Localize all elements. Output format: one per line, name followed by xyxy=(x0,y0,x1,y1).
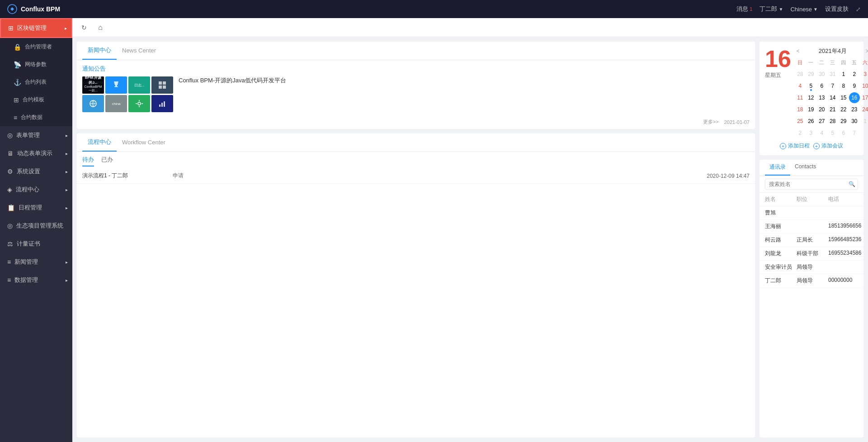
contacts-search-input[interactable] xyxy=(765,179,858,190)
calendar-cell[interactable]: 28 xyxy=(795,69,806,80)
calendar-cell[interactable]: 30 xyxy=(816,69,827,80)
calendar-cell[interactable]: 15 xyxy=(838,92,849,103)
news-mgmt-icon: ≡ xyxy=(7,258,11,266)
calendar-cell[interactable]: 21 xyxy=(827,104,838,115)
calendar-cell[interactable]: 4 xyxy=(795,81,806,91)
expand-icon[interactable]: ⤢ xyxy=(856,6,861,13)
news-thumb-1[interactable]: ConfluxBPM开1 Conflux BPM-开源的J... Conflux… xyxy=(82,76,104,94)
weekday-sat: 六 xyxy=(860,58,868,67)
calendar-cell[interactable]: 22 xyxy=(838,104,849,115)
tab-contacts-en[interactable]: Contacts xyxy=(790,160,821,176)
language-menu[interactable]: Chinese ▼ xyxy=(790,6,818,13)
list-item[interactable]: 丁二郎 局领导 00000000 xyxy=(760,274,863,288)
calendar-cell[interactable]: 5 xyxy=(827,128,838,138)
calendar-cell[interactable]: 28 xyxy=(827,116,838,127)
sidebar-item-contract-template[interactable]: ⊞ 合约模板 xyxy=(0,91,72,109)
home-btn[interactable]: ⌂ xyxy=(94,21,107,34)
sidebar-item-workflow[interactable]: ◈ 流程中心 ▸ xyxy=(0,181,72,199)
calendar-nav: < 2021年4月 > xyxy=(795,47,868,55)
calendar-cell[interactable]: 23 xyxy=(849,104,860,115)
calendar-cell[interactable]: 18 xyxy=(795,104,806,115)
tab-news-center-en[interactable]: News Center xyxy=(117,43,161,59)
sidebar-item-system-settings[interactable]: ⚙ 系统设置 ▸ xyxy=(0,162,72,181)
calendar-cell[interactable]: 4 xyxy=(816,128,827,138)
calendar-cell[interactable]: 1 xyxy=(860,116,868,127)
calendar-cell[interactable]: 25 xyxy=(795,116,806,127)
tab-contacts-zh[interactable]: 通讯录 xyxy=(765,160,790,176)
settings-btn[interactable]: 设置皮肤 xyxy=(825,5,849,13)
sidebar-item-ecology[interactable]: ◎ 生态项目管理系统 xyxy=(0,217,72,235)
sidebar-item-measurement[interactable]: ⚖ 计量证书 xyxy=(0,235,72,253)
calendar-cell[interactable]: 20 xyxy=(816,104,827,115)
calendar-cell[interactable]: 31 xyxy=(827,69,838,80)
calendar-cell[interactable]: 12 xyxy=(806,92,816,103)
sidebar-item-form-management[interactable]: ◎ 表单管理 ▸ xyxy=(0,126,72,144)
list-item[interactable]: 柯云路 正局长 15966485236 xyxy=(760,233,863,247)
sidebar-item-schedule[interactable]: 📋 日程管理 ▸ xyxy=(0,199,72,217)
tab-workflow-zh[interactable]: 流程中心 xyxy=(82,133,117,152)
list-item[interactable]: 王海丽 18513956656 xyxy=(760,220,863,233)
calendar-cell[interactable]: 10 xyxy=(860,81,868,91)
news-thumb-6[interactable]: china xyxy=(105,95,127,112)
news-thumb-2[interactable] xyxy=(105,76,127,94)
calendar-cell[interactable]: 3 xyxy=(806,128,816,138)
calendar-big-day-container: 16 星期五 xyxy=(765,47,791,79)
calendar-cell[interactable]: 24 xyxy=(860,104,868,115)
news-thumb-7[interactable] xyxy=(128,95,150,112)
notification-btn[interactable]: 消息 1 xyxy=(736,5,752,13)
tab-done[interactable]: 已办 xyxy=(101,154,113,166)
news-thumb-5[interactable] xyxy=(82,95,104,112)
sidebar-item-contract-list[interactable]: ⚓ 合约列表 xyxy=(0,73,72,91)
calendar-cell[interactable]: 29 xyxy=(806,69,816,80)
calendar-cell[interactable]: 14 xyxy=(827,92,838,103)
refresh-btn[interactable]: ↻ xyxy=(78,21,90,34)
add-meeting-btn[interactable]: + 添加会议 xyxy=(813,142,843,150)
table-row[interactable]: 演示流程1 - 丁二郎 申请 2020-12-09 14:47 xyxy=(77,168,755,184)
tab-workflow-en[interactable]: Workflow Center xyxy=(117,134,171,151)
calendar-cell[interactable]: 27 xyxy=(816,116,827,127)
workflow-icon: ◈ xyxy=(7,186,12,193)
list-item[interactable]: 曹旭 xyxy=(760,206,863,220)
calendar-next-btn[interactable]: > xyxy=(864,47,868,55)
news-thumb-3[interactable]: 日志... xyxy=(128,76,150,94)
calendar-cell[interactable]: 2 xyxy=(795,128,806,138)
sidebar-item-network-params[interactable]: 📡 网络参数 xyxy=(0,56,72,73)
calendar-cell[interactable]: 6 xyxy=(838,128,849,138)
sidebar-item-dynamic-form[interactable]: 🖥 动态表单演示 ▸ xyxy=(0,144,72,162)
news-thumb-8[interactable] xyxy=(151,95,173,112)
calendar-prev-btn[interactable]: < xyxy=(795,47,802,55)
logo: Conflux BPM xyxy=(7,4,60,14)
calendar-cell[interactable]: 17 xyxy=(860,92,868,103)
calendar-cell[interactable]: 5 xyxy=(806,81,816,91)
sidebar-item-contract-manager[interactable]: 🔒 合约管理者 xyxy=(0,38,72,56)
list-item[interactable]: 安全审计员 局领导 xyxy=(760,261,863,274)
calendar-cell[interactable]: 6 xyxy=(816,81,827,91)
calendar-cell[interactable]: 11 xyxy=(795,92,806,103)
calendar-cell[interactable]: 26 xyxy=(806,116,816,127)
user-menu[interactable]: 丁二郎 ▼ xyxy=(760,5,783,13)
calendar-cell[interactable]: 3 xyxy=(860,69,868,80)
header: Conflux BPM 消息 1 丁二郎 ▼ Chinese ▼ 设置皮肤 ⤢ xyxy=(0,0,868,18)
calendar-cell[interactable]: 7 xyxy=(849,128,860,138)
list-item[interactable]: 刘龍龙 科级干部 16955234586 xyxy=(760,247,863,261)
calendar-cell[interactable]: 7 xyxy=(827,81,838,91)
calendar-cell[interactable]: 29 xyxy=(838,116,849,127)
sidebar-item-news-management[interactable]: ≡ 新闻管理 ▸ xyxy=(0,253,72,271)
sidebar-item-contract-data[interactable]: ≡ 合约数据 xyxy=(0,109,72,126)
calendar-cell[interactable]: 19 xyxy=(806,104,816,115)
calendar-cell[interactable]: 9 xyxy=(849,81,860,91)
calendar-cell[interactable]: 2 xyxy=(849,69,860,80)
calendar-cell[interactable]: 13 xyxy=(816,92,827,103)
tab-pending[interactable]: 待办 xyxy=(82,154,94,166)
sidebar-item-data-management[interactable]: ≡ 数据管理 ▸ xyxy=(0,271,72,289)
calendar-cell[interactable]: 30 xyxy=(849,116,860,127)
tab-news-center-zh[interactable]: 新闻中心 xyxy=(82,42,117,60)
news-thumb-4[interactable] xyxy=(151,76,173,94)
calendar-cell[interactable]: 1 xyxy=(838,69,849,80)
add-schedule-btn[interactable]: + 添加日程 xyxy=(780,142,810,150)
sidebar-item-blockchain[interactable]: ⊞ 区块链管理 ▸ xyxy=(0,18,72,38)
calendar-cell[interactable]: 8 xyxy=(838,81,849,91)
calendar-cell-today[interactable]: 16 xyxy=(849,92,860,103)
contact-name: 安全审计员 xyxy=(765,263,797,271)
news-more-link[interactable]: 更多>> xyxy=(703,119,719,125)
